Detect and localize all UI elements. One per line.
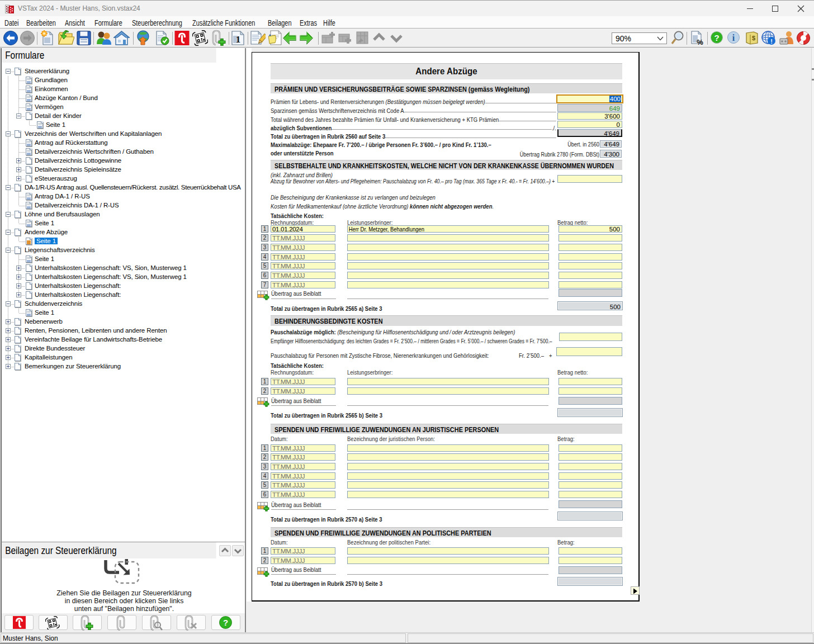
svg-text:%: % bbox=[697, 38, 703, 45]
svg-text:!: ! bbox=[770, 38, 773, 45]
svg-text:$: $ bbox=[752, 35, 755, 41]
svg-text:?: ? bbox=[223, 618, 228, 627]
svg-text:1: 1 bbox=[236, 34, 241, 45]
svg-text:?: ? bbox=[714, 33, 719, 42]
svg-text:i: i bbox=[732, 33, 735, 42]
